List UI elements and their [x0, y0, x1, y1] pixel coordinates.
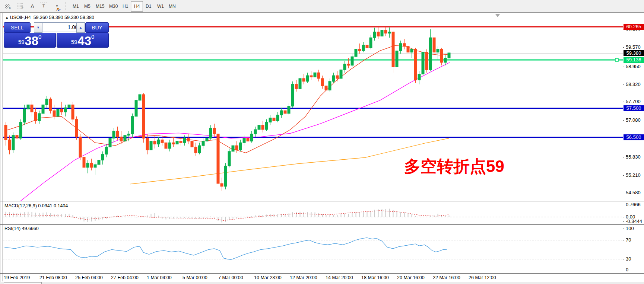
macd-rsi-separator[interactable]	[0, 224, 644, 224]
price-axis-tick	[623, 120, 624, 121]
sell-price-main: 38	[25, 35, 38, 47]
buy-price-point: 0	[91, 34, 94, 39]
toolbar-grip	[66, 2, 68, 10]
price-axis-tick	[623, 84, 624, 85]
price-axis-tick	[623, 157, 624, 157]
text-tool-button[interactable]: A	[27, 1, 38, 11]
buy-price-tile[interactable]: 59430	[57, 33, 109, 48]
buy-price-prefix: 59	[71, 37, 77, 47]
date-label: 7 Mar 00:00	[218, 275, 243, 280]
price-axis-label: 58.320	[626, 82, 641, 87]
price-axis-label: 100	[626, 226, 634, 231]
bottom-scrollbar[interactable]	[0, 282, 644, 284]
price-axis-label: 55.210	[626, 172, 641, 178]
chart-text-annotation: 多空转折点59	[404, 156, 504, 178]
bottom-scrollbar-thumb[interactable]	[4, 282, 42, 284]
chart-shift-marker[interactable]	[495, 14, 500, 17]
price-axis-tick	[623, 217, 624, 217]
date-label: 1 Mar 04:00	[147, 275, 172, 280]
price-axis-tick	[623, 259, 624, 259]
ma-mid-magenta	[20, 63, 450, 201]
price-badge-59.380: 59.380	[624, 50, 644, 56]
date-label: 21 Feb 08:00	[39, 275, 67, 280]
fibonacci-tool-button[interactable]: F	[15, 1, 26, 11]
price-axis-line	[623, 13, 623, 281]
price-axis-tick	[623, 193, 624, 193]
sell-price-point: 0	[38, 34, 41, 39]
price-axis-tick	[623, 229, 624, 229]
window-left-border-inner	[2, 13, 3, 281]
date-label: 20 Mar 16:00	[397, 275, 425, 280]
sell-button[interactable]: SELL	[4, 22, 31, 33]
fibonacci-icon: F	[17, 2, 24, 10]
window-left-border	[0, 13, 0, 284]
equidistant-channel-icon: E	[4, 2, 12, 10]
buy-price-main: 43	[77, 35, 91, 47]
price-axis-label: 58.950	[626, 64, 641, 69]
date-label: 18 Mar 16:00	[361, 275, 389, 280]
rsi-line	[4, 238, 447, 260]
price-axis-tick	[623, 47, 624, 48]
mt4-terminal: E F A T ▼ M1M5M15M30H1H4D1W1MN	[0, 0, 644, 284]
date-label: 5 Mar 00:00	[183, 275, 207, 280]
timeframe-button-m5[interactable]: M5	[81, 1, 94, 12]
timeframe-button-h1[interactable]: H1	[119, 1, 131, 12]
down-arrow-icon: ▼	[37, 26, 40, 29]
arrow-tools-button[interactable]: ▼	[50, 1, 63, 11]
price-axis-tick	[623, 102, 624, 102]
timeframe-button-mn[interactable]: MN	[165, 1, 179, 12]
buy-button[interactable]: BUY	[85, 22, 109, 33]
sell-price-prefix: 59	[18, 37, 25, 47]
text-icon: A	[31, 3, 34, 9]
date-label: 27 Feb 04:00	[111, 275, 139, 280]
label-icon: T	[40, 3, 47, 9]
price-axis-label: 57.700	[626, 99, 641, 104]
price-axis-label: 0.7666	[626, 202, 641, 207]
price-axis-label: 55.830	[626, 154, 641, 160]
date-label: 26 Mar 12:00	[469, 275, 496, 280]
price-axis-tick	[623, 67, 624, 67]
window-top-border	[0, 13, 644, 13]
rsi-bottom-border	[0, 273, 644, 274]
price-axis-label: 57.080	[626, 117, 641, 123]
price-badge-60.265: 60.265	[624, 24, 644, 30]
price-badge-56.500: 56.500	[624, 134, 644, 140]
rsi-panel-plot[interactable]	[3, 225, 623, 273]
up-arrow-icon: ▲	[79, 26, 82, 29]
label-tool-button[interactable]: T	[38, 1, 49, 11]
price-axis-tick	[623, 175, 624, 176]
date-label: 10 Mar 23:00	[254, 275, 282, 280]
price-axis-label: 30	[626, 256, 631, 262]
macd-panel-plot[interactable]	[3, 202, 623, 224]
price-badge-57.500: 57.500	[624, 105, 644, 111]
toolbar: E F A T ▼ M1M5M15M30H1H4D1W1MN	[0, 0, 644, 13]
price-axis-label: 70	[626, 237, 631, 243]
price-axis-label: 59.570	[626, 44, 641, 50]
price-axis-tick	[623, 205, 624, 205]
macd-label: MACD(12,26,9) 0.0941 0.1404	[4, 203, 68, 208]
timeframe-button-d1[interactable]: D1	[142, 1, 155, 12]
price-axis-label: 54.580	[626, 190, 641, 195]
macd-histogram	[6, 209, 449, 223]
price-axis-label: 0	[626, 267, 628, 272]
price-axis-tick	[623, 270, 624, 270]
date-label: 14 Mar 20:00	[326, 275, 353, 280]
price-badge-59.136: 59.136	[624, 57, 644, 63]
price-axis-tick	[623, 221, 624, 222]
volume-increase-button[interactable]: ▲	[76, 22, 85, 33]
date-label: 25 Feb 04:00	[75, 275, 103, 280]
timeframe-button-m1[interactable]: M1	[69, 1, 82, 12]
one-click-trading-panel: SELL ▼ ▲ BUY 59380 59430	[4, 22, 108, 46]
main-macd-separator[interactable]	[0, 201, 644, 201]
price-axis-label: -0.3444	[626, 218, 642, 224]
volume-decrease-button[interactable]: ▼	[34, 22, 42, 33]
date-label: 12 Mar 20:00	[290, 275, 317, 280]
timeframe-button-h4[interactable]: H4	[131, 1, 143, 12]
volume-input[interactable]	[42, 22, 80, 32]
line-anchor-marker[interactable]	[615, 58, 618, 61]
equidistant-channel-tool-button[interactable]: E	[2, 1, 13, 11]
date-label: 19 Feb 2019	[4, 275, 30, 280]
date-label: 22 Mar 16:00	[433, 275, 460, 280]
sell-price-tile[interactable]: 59380	[4, 33, 56, 48]
ma-slow-orange	[130, 138, 449, 184]
